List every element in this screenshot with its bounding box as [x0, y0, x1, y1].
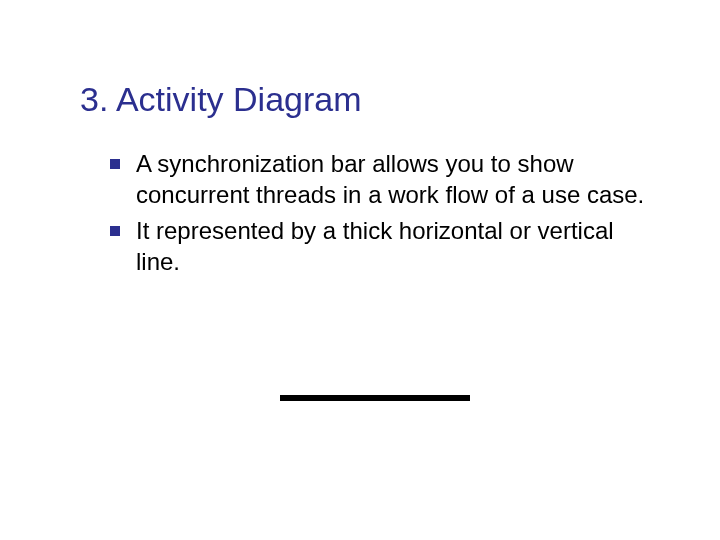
list-item: It represented by a thick horizontal or …	[110, 216, 660, 277]
bullet-text: It represented by a thick horizontal or …	[136, 217, 614, 275]
bullet-square-icon	[110, 159, 120, 169]
slide: 3. Activity Diagram A synchronization ba…	[0, 0, 720, 540]
synchronization-bar-icon	[280, 395, 470, 401]
slide-title: 3. Activity Diagram	[80, 80, 660, 119]
bullet-list: A synchronization bar allows you to show…	[80, 149, 660, 278]
bullet-square-icon	[110, 226, 120, 236]
bullet-text: A synchronization bar allows you to show…	[136, 150, 644, 208]
list-item: A synchronization bar allows you to show…	[110, 149, 660, 210]
